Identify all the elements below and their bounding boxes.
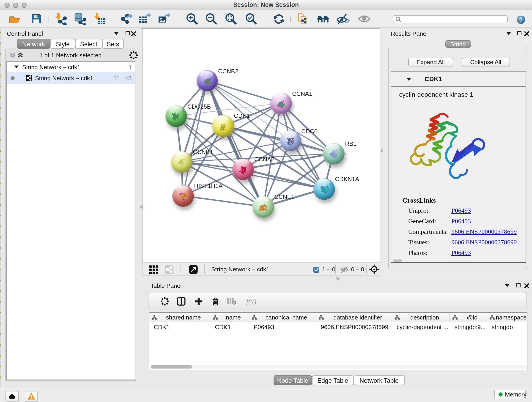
zoom-fit-icon[interactable] — [224, 12, 238, 25]
birdseye-grid-icon[interactable] — [149, 265, 158, 276]
open-in-window-icon[interactable] — [189, 265, 198, 275]
open-session-icon[interactable] — [7, 12, 21, 25]
hidden-eye-icon[interactable] — [340, 266, 349, 274]
node-CCNB1[interactable] — [171, 151, 192, 172]
tab-select[interactable]: Select — [75, 39, 102, 49]
node-CDC25B[interactable] — [165, 105, 187, 127]
import-table-file-icon[interactable] — [93, 12, 106, 25]
tab-network[interactable]: Network — [17, 39, 51, 49]
node-CCNA1[interactable] — [270, 92, 292, 114]
node-CCNB2[interactable] — [196, 70, 218, 91]
toolbar-separator — [49, 13, 49, 25]
network-tree-root-row[interactable]: String Network – cdk1 1 — [7, 62, 135, 72]
selected-checkbox-icon[interactable] — [313, 267, 319, 274]
table-panel-float-icon[interactable] — [516, 283, 520, 287]
column-header-name[interactable]: name — [210, 313, 249, 322]
add-column-icon[interactable] — [193, 296, 204, 306]
tab-network-table[interactable]: Network Table — [354, 375, 405, 385]
node-HIST1H1A[interactable] — [172, 185, 194, 206]
delete-column-trash-icon[interactable] — [210, 296, 221, 306]
edge-CCNB2-CCNA1[interactable] — [207, 81, 281, 103]
import-network-database-icon[interactable] — [73, 12, 87, 25]
table-cell-description[interactable]: cyclin-dependent ... — [392, 322, 450, 332]
crosslink-link[interactable]: P06493 — [451, 217, 471, 225]
network-share-icon[interactable] — [165, 265, 174, 275]
save-session-icon[interactable] — [29, 12, 43, 25]
tab-node-table[interactable]: Node Table — [273, 375, 312, 385]
results-panel-menu-icon[interactable] — [506, 32, 511, 35]
node-CCNA2[interactable] — [232, 158, 254, 180]
tab-edge-table[interactable]: Edge Table — [312, 375, 354, 385]
cloud-icon — [8, 394, 16, 399]
network-options-gear-icon[interactable] — [129, 51, 138, 60]
network-view-canvas[interactable]: CCNB2CCNA1CDC25BCDK1CDC6RB1CCNB1CCNA2CDK… — [142, 28, 380, 262]
application-window: Session: New Session — [0, 0, 532, 402]
new-table-icon[interactable] — [138, 12, 152, 25]
fit-content-crosshair-icon[interactable] — [369, 264, 379, 275]
control-panel-menu-icon[interactable] — [114, 32, 119, 35]
help-button[interactable]: ? — [517, 16, 525, 24]
table-hscroll-thumb[interactable] — [151, 365, 192, 368]
results-hscroll-thumb[interactable] — [393, 259, 402, 262]
import-network-file-icon[interactable] — [54, 12, 68, 25]
table-cell-shared-name[interactable]: CDK1 — [149, 322, 210, 332]
crosslink-link[interactable]: P06493 — [451, 249, 471, 256]
node-CDKN1A[interactable] — [313, 178, 335, 200]
table-panel-menu-icon[interactable] — [505, 284, 509, 287]
memory-button[interactable]: Memory — [494, 390, 526, 399]
left-splitter-handle[interactable] — [140, 205, 143, 209]
zoom-in-icon[interactable] — [185, 12, 199, 25]
network-list-panel: 1 of 1 Network selected String Network –… — [5, 49, 136, 381]
table-settings-gear-icon[interactable] — [159, 296, 170, 306]
copy-style-icon[interactable] — [296, 12, 310, 25]
column-header-database-identifier[interactable]: database identifier — [316, 313, 392, 322]
table-cell-namespace[interactable]: stringdb — [487, 322, 527, 332]
search-input[interactable] — [393, 15, 508, 23]
table-hscrollbar[interactable] — [150, 365, 527, 369]
table-cell-canonical-name[interactable]: P06493 — [249, 322, 316, 332]
crosslink-link[interactable]: 9606.ENSP00000378699 — [451, 228, 517, 235]
node-CDC6[interactable] — [280, 130, 301, 151]
table-cell-database-identifier[interactable]: 9606.ENSP00000378699 — [316, 322, 392, 332]
crosslink-link[interactable]: P06493 — [451, 207, 471, 214]
table-cell-name[interactable]: CDK1 — [210, 322, 249, 332]
table-cell--id[interactable]: stringdb:9... — [450, 322, 487, 332]
collapse-all-button[interactable]: Collapse All — [462, 58, 510, 66]
crosslink-link[interactable]: 9606.ENSP00000378699 — [451, 239, 517, 246]
column-header-namespace[interactable]: namespace — [487, 313, 527, 322]
hide-selected-icon[interactable] — [336, 12, 350, 25]
tab-sets[interactable]: Sets — [102, 39, 124, 49]
network-tree-row-selected[interactable]: String Network – cdk1 11 48 — [7, 72, 135, 84]
select-columns-icon[interactable] — [176, 296, 187, 306]
export-image-icon[interactable] — [157, 12, 171, 25]
column-header-canonical-name[interactable]: canonical name — [249, 313, 316, 322]
first-neighbors-icon[interactable] — [316, 12, 330, 25]
tab-style[interactable]: Style — [51, 39, 75, 49]
control-panel-float-icon[interactable] — [126, 31, 130, 35]
node-RB1[interactable] — [323, 143, 344, 164]
new-network-icon[interactable] — [120, 12, 133, 25]
edge-CCNE1-HIST1H1A[interactable] — [183, 196, 263, 207]
warning-button[interactable] — [25, 391, 38, 402]
node-CDK1[interactable] — [212, 115, 234, 137]
expand-all-button[interactable]: Expand All — [408, 58, 453, 66]
zoom-out-icon[interactable] — [204, 12, 218, 25]
results-panel-float-icon[interactable] — [517, 31, 521, 35]
bottom-splitter-handle[interactable] — [336, 277, 340, 280]
crosslink-label: GeneCard: — [408, 217, 436, 225]
refresh-icon[interactable] — [272, 12, 285, 25]
cloud-button[interactable] — [5, 391, 19, 402]
show-all-icon[interactable] — [357, 12, 371, 25]
gene-section-expander-icon[interactable] — [406, 78, 411, 81]
column-header--id[interactable]: @id — [450, 313, 487, 322]
table-panel-close-icon[interactable] — [524, 283, 529, 288]
gene-section-header[interactable]: CDK1 — [391, 72, 525, 87]
zoom-selected-icon[interactable] — [244, 12, 258, 25]
tree-expander-icon[interactable] — [14, 65, 19, 68]
node-CCNE1[interactable] — [253, 196, 274, 217]
tab-string[interactable]: String — [445, 40, 471, 48]
column-header-description[interactable]: description — [392, 313, 450, 322]
results-panel-close-icon[interactable] — [524, 31, 529, 36]
control-panel-close-icon[interactable] — [131, 31, 136, 36]
column-header-shared-name[interactable]: shared name — [149, 313, 210, 322]
